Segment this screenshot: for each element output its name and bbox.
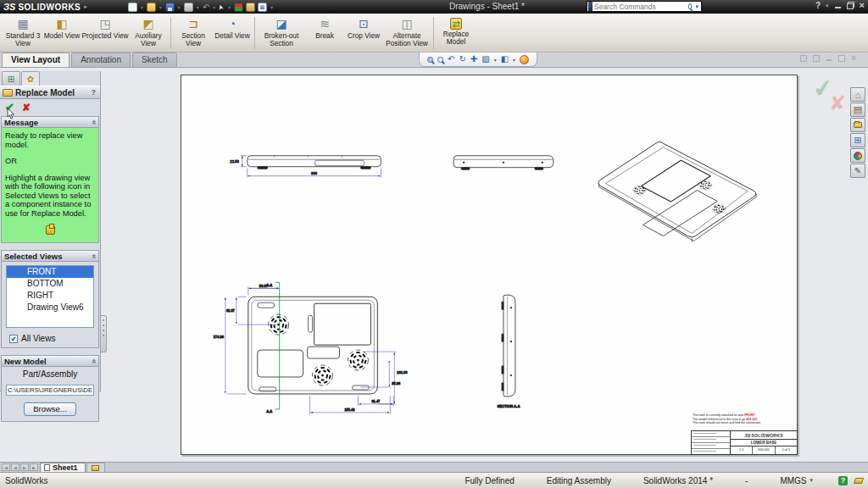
doc-window-icon[interactable] (813, 55, 820, 62)
options-box-icon[interactable] (246, 3, 255, 12)
selected-views-header[interactable]: Selected Views « (2, 251, 98, 262)
collapse-icon[interactable]: « (90, 358, 97, 363)
part-assembly-path-input[interactable] (6, 385, 94, 396)
previous-view-icon[interactable]: ↶ (448, 55, 454, 64)
undo-icon[interactable]: ↶ (203, 3, 209, 12)
caret-down-icon[interactable]: ▾ (178, 4, 181, 10)
dim-bottom-right-lower[interactable]: 35.36 (392, 381, 401, 385)
units-caret-icon[interactable]: ▾ (810, 477, 813, 484)
caret-down-icon[interactable]: ▾ (513, 57, 515, 63)
pan-icon[interactable]: ✚ (470, 55, 477, 64)
rotate-view-icon[interactable]: ↻ (459, 55, 465, 64)
auxiliary-view-button[interactable]: ◩ Auxiliary View (129, 15, 168, 51)
detail-view-button[interactable]: ◔ Detail View (213, 15, 252, 51)
add-sheet-tab[interactable] (86, 463, 105, 472)
dim-bottom-top[interactable]: 56.07 (259, 284, 268, 288)
message-section-header[interactable]: Message « (2, 117, 98, 128)
model-view-button[interactable]: ◧ Model View (42, 15, 81, 51)
design-library-icon[interactable]: ▤ (850, 103, 865, 117)
select-cursor-icon[interactable]: ➤ (216, 3, 226, 10)
caret-down-icon[interactable]: ▾ (159, 4, 162, 10)
new-document-icon[interactable] (128, 3, 137, 12)
dim-bottom-outer[interactable]: 155.43 (344, 408, 355, 412)
doc-minimize-button[interactable] (826, 55, 832, 62)
dim-bottom-left-full[interactable]: 274.88 (214, 335, 225, 339)
zoom-to-fit-icon[interactable] (427, 57, 433, 63)
confirm-corner-cancel-icon[interactable]: ✘ (829, 92, 846, 115)
restore-button[interactable] (847, 2, 854, 9)
projected-view-button[interactable]: ◳ Projected View (81, 15, 129, 51)
alternate-position-view-button[interactable]: ◫ Alternate Position View (383, 15, 431, 51)
quick-tips-icon[interactable] (520, 55, 529, 64)
standard-3-view-button[interactable]: ▦ Standard 3 View (3, 15, 42, 51)
open-icon[interactable] (147, 3, 156, 12)
drawing-view-isometric[interactable] (598, 142, 756, 242)
last-sheet-button[interactable]: ▶ (30, 463, 38, 471)
sheet-tab-sheet1[interactable]: Sheet1 (40, 463, 86, 472)
search-icon[interactable] (688, 3, 693, 9)
broken-out-section-button[interactable]: ◪ Broken-out Section (258, 15, 305, 51)
crop-view-button[interactable]: ⊡ Crop View (344, 15, 383, 51)
section-view-button[interactable]: ⊐ Section View (174, 15, 213, 51)
search-input[interactable] (594, 2, 688, 11)
status-units[interactable]: MMGS (780, 476, 806, 485)
drawing-view-right[interactable] (453, 156, 554, 170)
dim-bottom-left-upper[interactable]: 62.37 (226, 308, 235, 313)
caret-down-icon[interactable]: ▾ (270, 4, 273, 10)
collapse-icon[interactable]: « (90, 119, 97, 124)
solidworks-resources-icon[interactable]: ⌂ (850, 87, 865, 102)
menu-expand-icon[interactable]: ▸ (84, 3, 87, 10)
caret-down-icon[interactable]: ▾ (213, 4, 215, 10)
view-orientation-icon[interactable]: ◧ (501, 55, 509, 64)
drawing-view-bottom[interactable]: A-A A-A (214, 282, 409, 414)
drawing-view-front[interactable]: 22.50 390 (230, 156, 381, 178)
new-model-header[interactable]: New Model « (2, 356, 98, 367)
doc-window-icon[interactable] (800, 55, 807, 62)
next-sheet-button[interactable]: ▶ (20, 463, 29, 471)
search-commands-box[interactable]: ▾ (587, 1, 702, 12)
panel-help-icon[interactable]: ? (92, 88, 98, 97)
list-item-bottom[interactable]: BOTTOM (7, 278, 93, 290)
drawing-sheet[interactable]: 22.50 390 (181, 75, 798, 455)
minimize-button[interactable] (834, 2, 842, 9)
browse-button[interactable]: Browse... (24, 402, 76, 416)
appearances-icon[interactable] (850, 148, 865, 163)
caret-down-icon[interactable]: ▾ (141, 4, 143, 10)
dim-bottom-right-upper[interactable]: 101.06 (397, 370, 408, 374)
doc-restore-button[interactable] (838, 55, 845, 62)
panel-collapse-handle[interactable] (101, 315, 107, 352)
caret-down-icon[interactable]: ▾ (197, 4, 199, 10)
display-states-icon[interactable] (234, 3, 243, 12)
search-scope-icon[interactable] (588, 2, 593, 11)
file-explorer-icon[interactable] (850, 118, 865, 132)
zoom-to-area-icon[interactable] (437, 57, 443, 63)
all-views-checkbox[interactable]: ✔ (9, 335, 18, 343)
search-caret-icon[interactable]: ▾ (695, 3, 698, 10)
selected-views-list[interactable]: FRONT BOTTOM RIGHT Drawing View6 (6, 265, 94, 328)
doc-close-button[interactable]: × (851, 55, 856, 62)
break-button[interactable]: ≋ Break (305, 15, 344, 51)
save-icon[interactable] (165, 3, 175, 12)
display-style-icon[interactable]: ▧ (481, 55, 489, 64)
close-button[interactable]: × (860, 2, 865, 9)
tab-view-layout[interactable]: View Layout (2, 53, 70, 67)
list-item-right[interactable]: RIGHT (7, 290, 93, 302)
help-icon[interactable]: ? (815, 1, 821, 10)
replace-model-button[interactable]: ⇄ Replace Model (437, 15, 476, 51)
tab-sketch[interactable]: Sketch (132, 53, 177, 67)
caret-down-icon[interactable]: ▾ (228, 4, 231, 10)
print-icon[interactable] (184, 3, 193, 12)
capture-icon[interactable] (258, 3, 267, 12)
help-caret-icon[interactable]: ▾ (826, 3, 829, 9)
list-item-drawing-view6[interactable]: Drawing View6 (7, 302, 93, 313)
cancel-button[interactable]: ✘ (22, 102, 31, 114)
first-sheet-button[interactable]: ◀ (2, 463, 10, 471)
tab-annotation[interactable]: Annotation (71, 53, 131, 67)
collapse-icon[interactable]: « (90, 253, 97, 258)
caret-down-icon[interactable]: ▾ (494, 57, 497, 63)
tab-feature-manager[interactable]: ⊞ (2, 71, 20, 86)
quick-tip-tag-icon[interactable] (854, 478, 864, 484)
prev-sheet-button[interactable]: ◀ (11, 463, 19, 471)
list-item-front[interactable]: FRONT (7, 266, 93, 278)
dim-front-height[interactable]: 22.50 (230, 159, 239, 164)
